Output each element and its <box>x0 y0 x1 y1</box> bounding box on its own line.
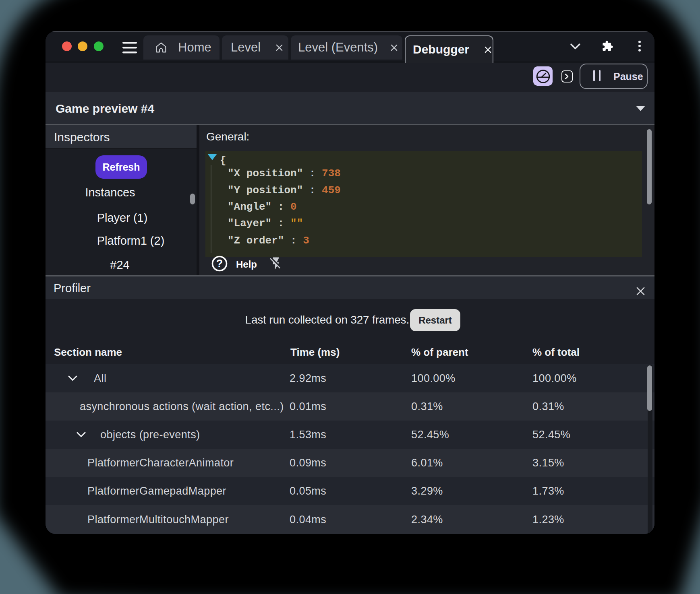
svg-text:?: ? <box>216 258 223 270</box>
